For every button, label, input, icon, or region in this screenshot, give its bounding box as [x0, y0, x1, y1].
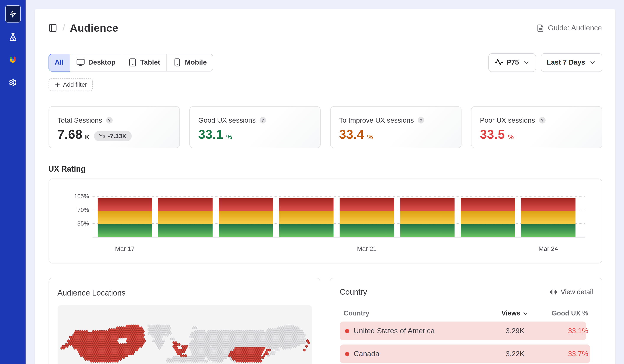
svg-text:Mar 24: Mar 24 — [538, 245, 558, 252]
svg-text:35%: 35% — [77, 220, 89, 227]
svg-text:Mar 17: Mar 17 — [115, 245, 134, 252]
svg-text:105%: 105% — [74, 193, 89, 200]
svg-text:70%: 70% — [77, 207, 89, 213]
svg-text:Mar 21: Mar 21 — [357, 245, 376, 252]
